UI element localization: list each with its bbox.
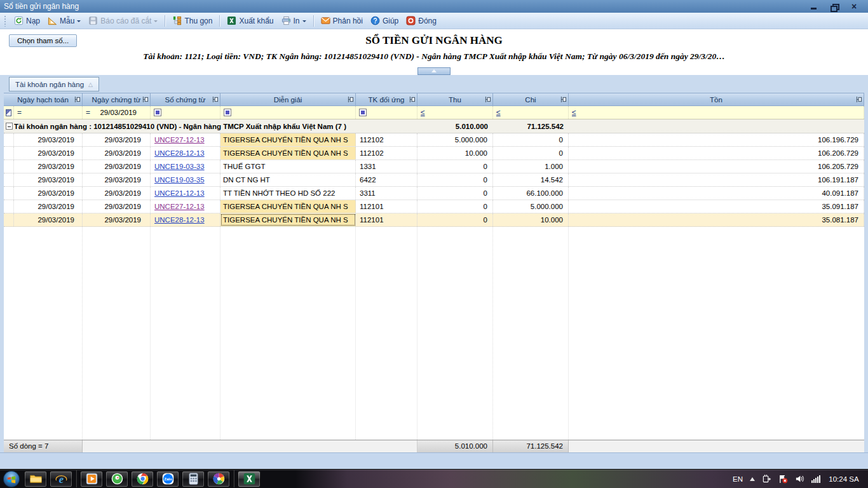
cell-ton: 106.206.729 <box>569 147 864 159</box>
clock[interactable]: 10:24 SA <box>827 475 860 483</box>
table-row[interactable]: 29/03/201929/03/2019UNCE27-12-13TIGERSEA… <box>4 200 864 214</box>
column-header-thu[interactable]: Thu <box>417 93 493 105</box>
filter-box-icon[interactable] <box>154 109 161 116</box>
show-hidden-icons-button[interactable] <box>750 475 755 481</box>
filter-cell-5[interactable] <box>356 106 417 119</box>
document-link[interactable]: UNCE19-03-35 <box>154 176 205 184</box>
pin-icon[interactable] <box>142 97 149 102</box>
filter-cell-7[interactable]: ≤ <box>493 106 569 119</box>
table-row[interactable]: 29/03/201929/03/2019UNCE28-12-13TIGERSEA… <box>4 147 864 160</box>
table-row[interactable]: 29/03/201929/03/2019UNCE19-03-35DN CT NG… <box>4 173 864 187</box>
filter-cell-4[interactable] <box>220 106 356 119</box>
table-row[interactable]: 29/03/201929/03/2019UNCE21-12-13TT TIỀN … <box>4 187 864 200</box>
cell-ngay-chung-tu: 29/03/2019 <box>83 147 151 159</box>
taskbar-app-excel[interactable] <box>238 471 261 487</box>
filter-box-icon[interactable] <box>359 109 367 116</box>
cell-dien-giai[interactable]: TT TIỀN NHỚT THEO HD SỐ 222 <box>220 187 356 200</box>
taskbar-app-coccoc-browser[interactable] <box>105 471 128 487</box>
document-link[interactable]: UNCE19-03-33 <box>154 163 205 170</box>
filter-operator-lte[interactable]: ≤ <box>495 108 501 117</box>
taskbar-app-photo-viewer[interactable] <box>207 471 230 487</box>
cell-dien-giai[interactable]: TIGERSEA CHUYỂN TIỀN QUA NH S <box>220 147 356 159</box>
pin-icon[interactable] <box>74 97 81 102</box>
document-link[interactable]: UNCE27-12-13 <box>154 203 205 210</box>
column-header-tk-doi-ung[interactable]: TK đối ứng <box>356 93 417 105</box>
filter-box-icon[interactable] <box>224 109 231 116</box>
group-tab-bank-account[interactable]: Tài khoản ngân hàng △ <box>9 77 99 92</box>
table-row[interactable]: 29/03/201929/03/2019UNCE19-03-33THUẾ GTG… <box>4 160 864 173</box>
table-row[interactable]: 29/03/201929/03/2019UNCE27-12-13TIGERSEA… <box>4 133 864 147</box>
toolbar-grip[interactable] <box>4 15 6 27</box>
cell-dien-giai[interactable]: TIGERSEA CHUYỂN TIỀN QUA NH S <box>220 200 356 213</box>
cell-dien-giai[interactable]: DN CT NG HT <box>220 173 356 186</box>
printer-icon <box>281 16 291 25</box>
toolbar-button-xuat-khau[interactable]: Xuất khẩu <box>223 15 277 27</box>
taskbar-app-media-player[interactable] <box>80 471 103 487</box>
filter-cell-0[interactable] <box>4 106 14 119</box>
toolbar-button-dong[interactable]: Đóng <box>402 15 440 27</box>
filter-cell-3[interactable] <box>151 106 220 119</box>
column-header-ngay-chung-tu[interactable]: Ngày chứng từ <box>83 93 151 105</box>
taskbar-app-zalo[interactable]: Zalo <box>156 471 179 487</box>
pin-icon[interactable] <box>348 97 354 102</box>
document-link[interactable]: UNCE28-12-13 <box>154 216 205 224</box>
toolbar-button-thu-gon[interactable]: Thu gọn <box>168 15 216 27</box>
column-header-ngay-hach-toan[interactable]: Ngày hạch toán <box>4 93 83 105</box>
pin-icon[interactable] <box>409 97 416 102</box>
language-indicator[interactable]: EN <box>733 475 743 483</box>
choose-params-button[interactable]: Chọn tham số... <box>9 34 77 47</box>
volume-icon[interactable] <box>795 474 804 484</box>
taskbar-app-chrome[interactable] <box>131 471 154 487</box>
document-link[interactable]: UNCE27-12-13 <box>154 136 205 144</box>
filter-cell-8[interactable]: ≤ <box>569 106 864 119</box>
collapse-group-button[interactable] <box>4 123 14 130</box>
toolbar-button-mau[interactable]: Mẫu <box>44 15 85 27</box>
cell-ngay-chung-tu: 29/03/2019 <box>83 173 151 186</box>
network-signal-icon[interactable] <box>811 475 820 483</box>
column-header-dien-giai[interactable]: Diễn giải <box>220 93 356 105</box>
start-button[interactable] <box>0 470 23 488</box>
cell-ton: 35.081.187 <box>569 214 864 226</box>
toolbar-button-bao-cao-da-cat[interactable]: Báo cáo đã cắt <box>85 15 161 27</box>
action-center-flag-icon[interactable] <box>778 474 788 484</box>
minimize-icon <box>811 8 817 10</box>
pin-icon[interactable] <box>212 97 219 102</box>
toolbar-button-giup[interactable]: Giúp <box>367 15 402 27</box>
pin-icon[interactable] <box>856 97 862 102</box>
cell-chi: 66.100.000 <box>493 187 569 200</box>
pin-icon[interactable] <box>560 97 567 102</box>
cell-dien-giai[interactable]: TIGERSEA CHUYỂN TIỀN QUA NH S <box>220 214 356 226</box>
pin-icon[interactable] <box>485 97 491 102</box>
cell-so-chung-tu: UNCE28-12-13 <box>151 214 220 226</box>
restore-button[interactable] <box>829 2 839 11</box>
filter-cell-1[interactable]: = <box>14 106 83 119</box>
collapse-panel-handle[interactable] <box>417 67 451 75</box>
table-row[interactable]: 29/03/201929/03/2019UNCE28-12-13TIGERSEA… <box>4 214 864 227</box>
column-header-ton[interactable]: Tồn <box>569 93 864 105</box>
filter-operator-lte[interactable]: ≤ <box>419 108 425 117</box>
minimize-button[interactable] <box>808 2 818 11</box>
document-link[interactable]: UNCE21-12-13 <box>154 189 205 197</box>
chrome-icon <box>136 472 149 485</box>
taskbar-app-windows-explorer[interactable] <box>24 471 47 487</box>
cell-ngay-hach-toan: 29/03/2019 <box>14 214 83 226</box>
cell-dien-giai[interactable]: TIGERSEA CHUYỂN TIỀN QUA NH S <box>220 133 356 146</box>
cell-so-chung-tu: UNCE19-03-33 <box>151 160 220 173</box>
filter-operator-lte[interactable]: ≤ <box>571 108 576 117</box>
filter-date-value[interactable]: 29/03/2019 <box>100 109 148 116</box>
toolbar-button-in[interactable]: In <box>278 15 310 27</box>
column-header-chi[interactable]: Chi <box>493 93 569 105</box>
cell-chi: 0 <box>493 147 569 159</box>
cell-dien-giai[interactable]: THUẾ GTGT <box>220 160 356 173</box>
toolbar-button-nap[interactable]: Nạp <box>10 15 44 27</box>
close-button[interactable]: × <box>849 2 859 11</box>
filter-cell-2[interactable]: =29/03/2019 <box>83 106 151 119</box>
group-row[interactable]: Tài khoản ngân hàng : 101214851029410 (V… <box>4 119 864 133</box>
filter-cell-6[interactable]: ≤ <box>417 106 493 119</box>
toolbar-button-phan-hoi[interactable]: Phản hồi <box>317 15 367 27</box>
taskbar-app-calculator[interactable] <box>182 471 205 487</box>
power-plug-icon[interactable] <box>762 474 771 484</box>
column-header-so-chung-tu[interactable]: Số chứng từ <box>151 93 220 105</box>
document-link[interactable]: UNCE28-12-13 <box>154 149 205 157</box>
taskbar-app-internet-explorer[interactable]: e <box>50 471 72 487</box>
